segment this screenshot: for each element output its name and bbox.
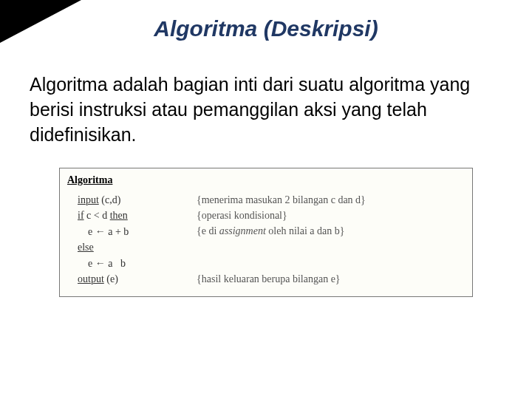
code-row: input (c,d){menerima masukan 2 bilangan …	[67, 194, 465, 206]
code-instruction: else	[67, 242, 197, 253]
corner-decoration	[0, 0, 81, 43]
code-instruction: e ← a b	[67, 257, 197, 270]
code-row: e ← a + b{e di assignment oleh nilai a d…	[67, 225, 465, 238]
algorithm-label: Algoritma	[67, 174, 112, 186]
code-row: e ← a b	[67, 257, 465, 270]
code-instruction: e ← a + b	[67, 225, 197, 238]
slide-paragraph: Algoritma adalah bagian inti dari suatu …	[0, 41, 532, 147]
code-comment	[197, 257, 465, 270]
code-row: output (e){hasil keluaran berupa bilanga…	[67, 273, 465, 285]
code-instruction: input (c,d)	[67, 194, 197, 206]
algorithm-box: Algoritma input (c,d){menerima masukan 2…	[59, 168, 473, 297]
algorithm-lines: input (c,d){menerima masukan 2 bilangan …	[67, 194, 465, 285]
code-comment	[197, 242, 465, 253]
code-comment: {hasil keluaran berupa bilangan e}	[197, 273, 465, 285]
code-comment: {operasi kondisional}	[197, 210, 465, 222]
code-row: if c < d then{operasi kondisional}	[67, 210, 465, 222]
code-comment: {e di assignment oleh nilai a dan b}	[197, 225, 465, 238]
code-comment: {menerima masukan 2 bilangan c dan d}	[197, 194, 465, 206]
code-instruction: if c < d then	[67, 210, 197, 222]
code-row: else	[67, 242, 465, 253]
code-instruction: output (e)	[67, 273, 197, 285]
